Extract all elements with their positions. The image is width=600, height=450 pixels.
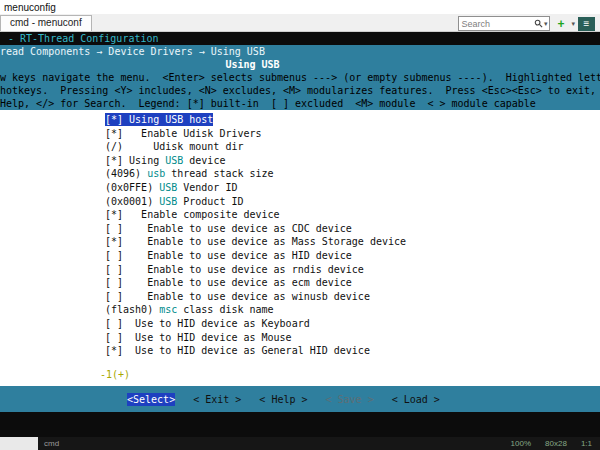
backtitle: - RT-Thread Configuration (0, 32, 600, 45)
menu-item[interactable]: [ ] Enable to use device as winusb devic… (0, 290, 600, 304)
menu-item-text: [ ] Enable to use device as winusb devic… (105, 290, 370, 303)
menu-item-text: [ ] Enable to use device as HID device (105, 249, 352, 262)
menu-item[interactable]: [ ] Enable to use device as HID device (0, 249, 600, 263)
menu-item-text: [ ] Use to HID device as Mouse (105, 331, 292, 344)
hamburger-icon: ≡ (584, 18, 590, 29)
menu-item[interactable]: (/) Udisk mount dir (0, 140, 600, 154)
menu-item-text: [*] Using USB host (105, 113, 213, 126)
button-row: <Select>< Exit >< Help >< Save >< Load > (0, 393, 440, 406)
help-line: w keys navigate the menu. <Enter> select… (0, 71, 600, 84)
new-tab-button[interactable]: + (553, 17, 568, 31)
menu-item-text: [*] Using USB device (105, 154, 225, 167)
help-line: Help, </> for Search. Legend: [*] built-… (0, 97, 600, 110)
menu-item[interactable]: [ ] Enable to use device as CDC device (0, 222, 600, 236)
load-button[interactable]: < Load > (392, 393, 440, 406)
menu-item-text: (4096) usb thread stack size (105, 167, 274, 180)
status-segment: 80x28 (545, 439, 567, 448)
menu-list: [*] Using USB host[*] Enable Udisk Drive… (0, 113, 600, 358)
status-left-cell (0, 437, 38, 450)
menu-item[interactable]: [*] Enable to use device as Mass Storage… (0, 235, 600, 249)
page-title: Using USB (0, 58, 505, 71)
help-text: w keys navigate the menu. <Enter> select… (0, 71, 600, 110)
menu-item-text: [*] Enable Udisk Drivers (105, 127, 262, 140)
search-icon[interactable] (534, 19, 543, 28)
help-button[interactable]: < Help > (259, 393, 307, 406)
menu-item[interactable]: [ ] Use to HID device as Keyboard (0, 317, 600, 331)
menu-item[interactable]: [ ] Use to HID device as Mouse (0, 331, 600, 345)
search-input[interactable]: Search ▾ (458, 16, 550, 31)
menu-item[interactable]: [*] Use to HID device as General HID dev… (0, 344, 600, 358)
menu-item-text: [ ] Enable to use device as rndis device (105, 263, 364, 276)
menu-item[interactable]: [*] Enable composite device (0, 208, 600, 222)
search-placeholder: Search (461, 19, 490, 29)
menu-item[interactable]: (4096) usb thread stack size (0, 167, 600, 181)
console: - RT-Thread Configuration read Component… (0, 32, 600, 437)
menu-item-text: (flash0) msc class disk name (105, 303, 274, 316)
dialog-header: read Components → Device Drivers → Using… (0, 45, 600, 110)
plus-icon: + (557, 17, 564, 31)
new-tab-dropdown-icon[interactable]: ▾ (571, 20, 575, 27)
menu-item-text: [*] Use to HID device as General HID dev… (105, 344, 370, 357)
menu-item[interactable]: [*] Enable Udisk Drivers (0, 127, 600, 141)
search-dropdown-icon[interactable]: ▾ (544, 20, 548, 27)
select-button[interactable]: <Select> (127, 393, 175, 406)
exit-button[interactable]: < Exit > (193, 393, 241, 406)
menu-item[interactable]: [*] Using USB device (0, 154, 600, 168)
breadcrumb: read Components → Device Drivers → Using… (0, 45, 600, 58)
screen: menuconfig cmd - menuconf Search ▾ + ▾ (0, 0, 600, 450)
menu-item-text: (0x0001) USB Product ID (105, 195, 243, 208)
menu-item-text: (/) Udisk mount dir (105, 140, 243, 153)
save-button[interactable]: < Save > (326, 393, 374, 406)
tab-bar: cmd - menuconf Search ▾ + ▾ ≡ (0, 14, 600, 32)
menu-list-area: [*] Using USB host[*] Enable Udisk Drive… (0, 110, 600, 386)
button-band: <Select>< Exit >< Help >< Save >< Load > (0, 386, 600, 412)
status-process: cmd (44, 439, 59, 448)
menu-item-text: [ ] Enable to use device as ecm device (105, 276, 352, 289)
menu-item-text: [*] Enable composite device (105, 208, 280, 221)
menu-item[interactable]: (0x0001) USB Product ID (0, 195, 600, 209)
help-line: hotkeys. Pressing <Y> includes, <N> excl… (0, 84, 600, 97)
menu-item[interactable]: [ ] Enable to use device as rndis device (0, 263, 600, 277)
window-titlebar: menuconfig (0, 0, 600, 14)
menu-item[interactable]: (0x0FFE) USB Vendor ID (0, 181, 600, 195)
menu-item[interactable]: [ ] Enable to use device as ecm device (0, 276, 600, 290)
status-segment: 100% (511, 439, 531, 448)
menu-item-text: [*] Enable to use device as Mass Storage… (105, 235, 406, 248)
menu-item[interactable]: [*] Using USB host (0, 113, 600, 127)
search-group: Search ▾ + ▾ ≡ (458, 16, 595, 31)
tab-cmd-menuconfig[interactable]: cmd - menuconf (0, 15, 92, 31)
status-bar: cmd 100%80x281:1 (0, 437, 600, 450)
tab-label: cmd - menuconf (10, 17, 82, 28)
status-right: 100%80x281:1 (511, 439, 592, 448)
menu-item[interactable]: (flash0) msc class disk name (0, 303, 600, 317)
menu-button[interactable]: ≡ (578, 17, 595, 31)
menu-item-text: (0x0FFE) USB Vendor ID (105, 181, 237, 194)
scroll-indicator: -1(+) (100, 368, 130, 381)
status-segment: 1:1 (581, 439, 592, 448)
window-title: menuconfig (4, 2, 56, 13)
menu-item-text: [ ] Enable to use device as CDC device (105, 222, 352, 235)
menu-item-text: [ ] Use to HID device as Keyboard (105, 317, 310, 330)
search-icons: ▾ (534, 19, 548, 28)
